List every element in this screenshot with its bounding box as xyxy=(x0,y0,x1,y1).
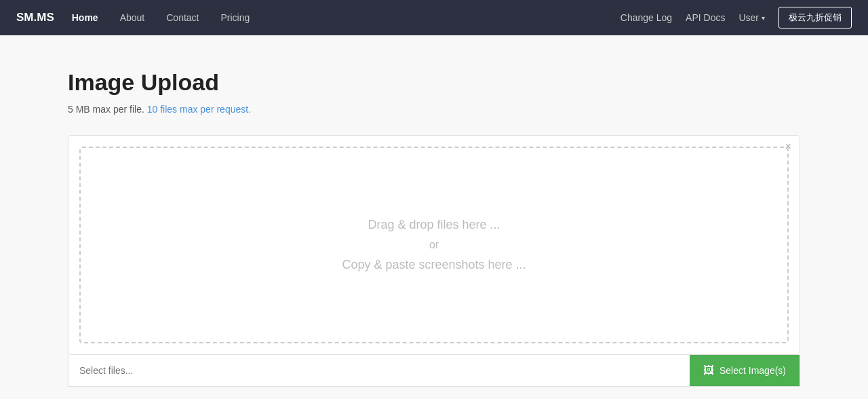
page-title: Image Upload xyxy=(68,69,800,96)
nav-user-label: User xyxy=(738,12,759,23)
nav-home[interactable]: Home xyxy=(68,10,102,26)
mb-limit-text: 5 MB max per file. xyxy=(68,104,144,115)
nav-contact[interactable]: Contact xyxy=(162,10,203,26)
nav-changelog[interactable]: Change Log xyxy=(620,12,672,23)
promo-button[interactable]: 极云九折促销 xyxy=(778,7,852,28)
select-files-input[interactable] xyxy=(68,356,690,385)
nav-user-menu[interactable]: User ▾ xyxy=(738,12,765,23)
brand-logo[interactable]: SM.MS xyxy=(16,11,54,24)
drop-zone[interactable]: Drag & drop files here ... or Copy & pas… xyxy=(79,147,789,343)
navbar-left: SM.MS Home About Contact Pricing xyxy=(16,10,254,26)
close-button[interactable]: × xyxy=(785,141,791,152)
nav-pricing[interactable]: Pricing xyxy=(216,10,254,26)
file-select-bar: 🖼 Select Image(s) xyxy=(68,355,800,387)
main-content: Image Upload 5 MB max per file. 10 files… xyxy=(47,35,821,399)
select-image-label: Select Image(s) xyxy=(719,365,786,376)
page-subtitle: 5 MB max per file. 10 files max per requ… xyxy=(68,104,800,115)
upload-panel: × Drag & drop files here ... or Copy & p… xyxy=(68,135,800,355)
paste-text: Copy & paste screenshots here ... xyxy=(342,258,526,272)
or-text: or xyxy=(429,239,439,251)
navbar: SM.MS Home About Contact Pricing Change … xyxy=(0,0,868,35)
chevron-down-icon: ▾ xyxy=(762,14,765,22)
file-limit-text: 10 files max per request. xyxy=(147,104,251,115)
navbar-right: Change Log API Docs User ▾ 极云九折促销 xyxy=(620,7,852,28)
drag-drop-text: Drag & drop files here ... xyxy=(368,218,500,232)
nav-about[interactable]: About xyxy=(116,10,149,26)
select-image-button[interactable]: 🖼 Select Image(s) xyxy=(690,355,800,386)
image-icon: 🖼 xyxy=(703,364,714,377)
nav-apidocs[interactable]: API Docs xyxy=(686,12,725,23)
